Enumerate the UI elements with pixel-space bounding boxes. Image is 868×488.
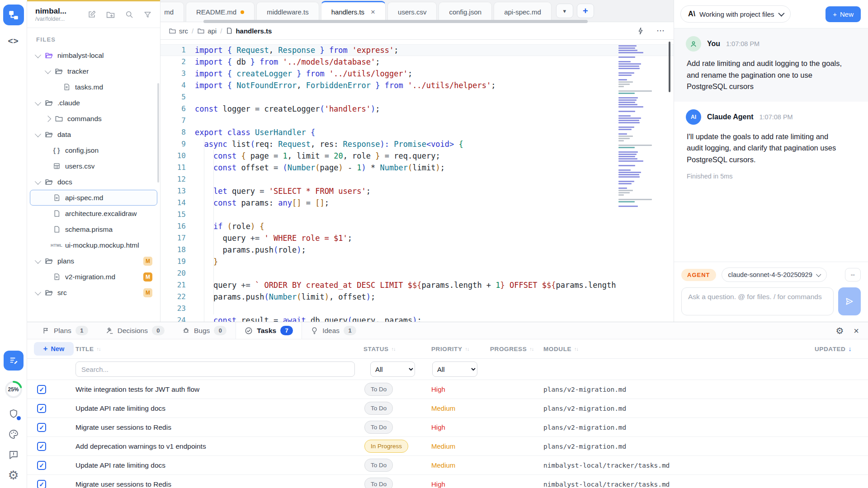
- task-row[interactable]: ✓Write integration tests for JWT auth fl…: [27, 380, 868, 399]
- column-header-module[interactable]: MODULE↑↓: [543, 346, 815, 352]
- settings-gear-icon[interactable]: ⚙: [8, 469, 19, 482]
- task-row[interactable]: ✓Update API rate limiting docsTo DoMediu…: [27, 456, 868, 475]
- file-tree-item-users.csv[interactable]: users.csv: [30, 158, 157, 174]
- task-checkbox[interactable]: ✓: [37, 480, 46, 488]
- panel-tab-tasks[interactable]: Tasks7: [236, 322, 302, 339]
- chevron-down-icon[interactable]: [35, 131, 41, 137]
- new-task-button[interactable]: +New: [34, 342, 74, 356]
- new-chat-button[interactable]: + New: [826, 6, 861, 22]
- tab-list-dropdown-button[interactable]: ▾: [556, 4, 573, 18]
- task-checkbox[interactable]: ✓: [37, 423, 46, 432]
- editor-vertical-scrollbar[interactable]: [669, 42, 670, 92]
- chevron-down-icon[interactable]: [35, 99, 41, 105]
- session-selector[interactable]: A\ Working with project files: [680, 5, 791, 23]
- column-header-progress[interactable]: PROGRESS↑↓: [490, 346, 543, 352]
- task-row[interactable]: ✓Migrate user sessions to RedisTo DoHigh…: [27, 418, 868, 437]
- task-row[interactable]: ✓Add deprecation warnings to v1 endpoint…: [27, 437, 868, 456]
- task-checkbox[interactable]: ✓: [37, 461, 46, 470]
- usage-progress-indicator[interactable]: 25%: [4, 380, 23, 399]
- column-header-status[interactable]: STATUS↑↓: [363, 346, 431, 352]
- task-checkbox[interactable]: ✓: [37, 385, 46, 394]
- task-row[interactable]: ✓Migrate user sessions to RedisTo DoHigh…: [27, 475, 868, 488]
- filter-icon[interactable]: [143, 10, 152, 19]
- column-header-title[interactable]: TITLE↑↓: [75, 346, 363, 352]
- file-tree-item-api-spec.md[interactable]: api-spec.md: [30, 190, 157, 206]
- editor-tab-users.csv[interactable]: users.csv: [387, 2, 437, 22]
- task-checkbox[interactable]: ✓: [37, 442, 46, 451]
- chat-input[interactable]: [681, 287, 834, 315]
- column-header-priority[interactable]: PRIORITY↑↓: [431, 346, 490, 352]
- code-line-11: 11 const offset = (Number(page) - 1) * N…: [160, 162, 674, 174]
- file-tree-item-tasks.md[interactable]: tasks.md: [30, 79, 157, 95]
- panel-settings-gear-icon[interactable]: ⚙: [835, 326, 844, 335]
- task-checkbox[interactable]: ✓: [37, 404, 46, 413]
- panel-tab-label: Ideas: [322, 327, 340, 335]
- editor-tab-md[interactable]: md: [160, 2, 184, 22]
- more-options-icon[interactable]: ⋯: [656, 26, 665, 36]
- panel-tab-plans[interactable]: Plans1: [33, 322, 97, 339]
- chevron-down-icon[interactable]: [35, 289, 41, 295]
- file-tree-item-architecture.excalidraw[interactable]: architecture.excalidraw: [30, 206, 157, 221]
- file-tree-item-docs[interactable]: docs: [30, 174, 157, 190]
- file-tree-item-ui-mockup.mockup.html[interactable]: HTMLui-mockup.mockup.html: [30, 237, 157, 253]
- file-tree-item-nimbalyst-local[interactable]: nimbalyst-local: [30, 47, 157, 63]
- editor-tab-README.md[interactable]: README.md: [186, 2, 255, 22]
- minimap-line: [618, 190, 633, 191]
- close-tab-icon[interactable]: ×: [371, 8, 375, 16]
- editor-tab-middleware.ts[interactable]: middleware.ts: [256, 2, 319, 22]
- feedback-icon[interactable]: [8, 449, 19, 460]
- breadcrumb-file[interactable]: handlers.ts: [226, 27, 272, 35]
- editor-tab-api-spec.md[interactable]: api-spec.md: [494, 2, 552, 22]
- chevron-down-icon[interactable]: [35, 257, 41, 263]
- chevron-right-icon[interactable]: [45, 115, 51, 122]
- model-selector[interactable]: claude-sonnet-4-5-20250929: [722, 267, 827, 282]
- panel-close-icon[interactable]: ×: [854, 326, 859, 335]
- file-tree-item-config.json[interactable]: { }config.json: [30, 142, 157, 158]
- column-header-updated[interactable]: UPDATED↓: [815, 345, 868, 352]
- code-editor[interactable]: 1import { Request, Response } from 'expr…: [160, 40, 674, 322]
- file-tree-item-data[interactable]: data: [30, 127, 157, 142]
- editor-tab-handlers.ts[interactable]: handlers.ts×: [321, 1, 386, 22]
- panel-tab-decisions[interactable]: Decisions0: [97, 322, 174, 339]
- minimap-line: [618, 201, 635, 202]
- app-logo-icon[interactable]: [3, 5, 24, 25]
- status-filter-select[interactable]: All: [370, 361, 415, 377]
- search-icon[interactable]: [125, 10, 134, 19]
- tabbar-horizontal-scrollbar[interactable]: [203, 20, 588, 23]
- task-search-input[interactable]: [75, 361, 355, 377]
- code-line-23: 23: [160, 303, 674, 314]
- file-tree: nimbalyst-localtrackertasks.md.claudecom…: [27, 47, 160, 300]
- file-tree-item-commands[interactable]: commands: [30, 111, 157, 127]
- send-button[interactable]: [838, 287, 861, 315]
- file-tree-item-tracker[interactable]: tracker: [30, 63, 157, 79]
- minimap-line: [618, 167, 661, 169]
- task-row[interactable]: ✓Update API rate limiting docsTo DoMediu…: [27, 399, 868, 418]
- minimap[interactable]: [618, 45, 661, 207]
- file-tree-item-.claude[interactable]: .claude: [30, 95, 157, 111]
- security-shield-icon[interactable]: [8, 408, 19, 419]
- new-file-icon[interactable]: [87, 10, 96, 19]
- file-tree-item-src[interactable]: srcM: [30, 285, 157, 300]
- breadcrumb-folder[interactable]: src: [169, 27, 188, 35]
- file-tree-item-schema.prisma[interactable]: schema.prisma: [30, 221, 157, 237]
- panel-tab-ideas[interactable]: Ideas1: [302, 322, 365, 339]
- panel-tab-bugs[interactable]: Bugs0: [174, 322, 236, 339]
- new-tab-button[interactable]: +: [577, 4, 594, 18]
- chevron-down-icon[interactable]: [35, 178, 41, 184]
- code-line-22: 22 params.push(Number(limit), offset);: [160, 291, 674, 303]
- usage-button[interactable]: --: [845, 268, 861, 282]
- breadcrumb-separator: /: [192, 27, 193, 35]
- notes-panel-icon[interactable]: [4, 351, 24, 371]
- priority-filter-select[interactable]: All: [432, 361, 477, 377]
- editor-tab-config.json[interactable]: config.json: [439, 2, 492, 22]
- code-view-icon[interactable]: <>: [8, 36, 19, 46]
- theme-palette-icon[interactable]: [8, 429, 19, 440]
- file-tree-item-v2-migration.md[interactable]: v2-migration.mdM: [30, 269, 157, 285]
- sidebar-scrollbar[interactable]: [157, 83, 159, 183]
- new-folder-icon[interactable]: [106, 10, 115, 19]
- chevron-down-icon[interactable]: [45, 67, 51, 74]
- chevron-down-icon[interactable]: [35, 52, 41, 58]
- file-tree-item-plans[interactable]: plansM: [30, 253, 157, 269]
- breadcrumb-folder[interactable]: api: [197, 27, 217, 35]
- flash-icon[interactable]: [637, 27, 645, 35]
